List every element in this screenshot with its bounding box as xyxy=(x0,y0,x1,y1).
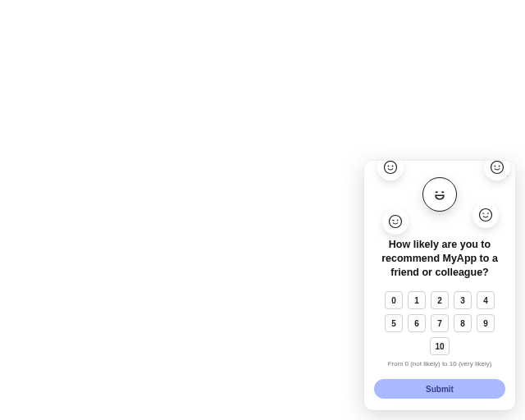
nps-option-1[interactable]: 1 xyxy=(408,291,426,309)
nps-option-5[interactable]: 5 xyxy=(385,314,403,332)
nps-survey-card: How likely are you to recommend MyApp to… xyxy=(364,161,515,410)
svg-point-8 xyxy=(480,209,492,221)
wink-icon xyxy=(382,208,409,235)
submit-button[interactable]: Submit xyxy=(374,379,505,399)
nps-option-8[interactable]: 8 xyxy=(454,314,472,332)
blush-icon xyxy=(472,202,499,228)
nps-option-3[interactable]: 3 xyxy=(454,291,472,309)
nps-option-0[interactable]: 0 xyxy=(385,291,403,309)
svg-point-7 xyxy=(397,221,398,221)
svg-point-1 xyxy=(388,167,389,167)
nps-option-10[interactable]: 10 xyxy=(430,337,450,355)
nps-option-6[interactable]: 6 xyxy=(408,314,426,332)
nps-option-7[interactable]: 7 xyxy=(431,314,449,332)
svg-point-4 xyxy=(495,167,495,167)
svg-point-5 xyxy=(499,167,500,167)
nps-scale: 0 1 2 3 4 5 6 7 8 9 10 xyxy=(374,291,505,355)
hero-illustration xyxy=(374,172,505,230)
laugh-icon xyxy=(422,177,457,212)
svg-point-3 xyxy=(491,162,504,174)
nps-option-4[interactable]: 4 xyxy=(477,291,495,309)
svg-point-2 xyxy=(392,167,393,167)
svg-point-6 xyxy=(390,216,402,228)
svg-point-0 xyxy=(385,162,397,174)
nps-option-9[interactable]: 9 xyxy=(477,314,495,332)
smile-icon xyxy=(377,161,404,180)
nps-option-2[interactable]: 2 xyxy=(431,291,449,309)
survey-question: How likely are you to recommend MyApp to… xyxy=(374,238,505,280)
scale-legend: From 0 (not likely) to 10 (very likely) xyxy=(374,360,505,368)
